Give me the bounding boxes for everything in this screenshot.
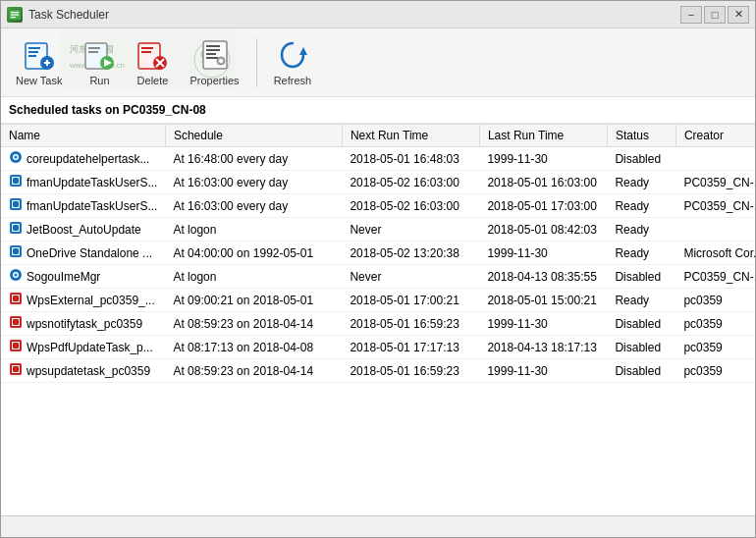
task-name-wrapper: fmanUpdateTaskUserS... [9, 197, 157, 214]
task-last-run: 2018-04-13 18:17:13 [479, 336, 607, 359]
task-next-run: Never [342, 265, 479, 289]
task-icon [9, 362, 23, 379]
minimize-button[interactable]: − [680, 6, 702, 24]
col-last-run[interactable]: Last Run Time [479, 125, 607, 147]
table-row[interactable]: WpsExternal_pc0359_...At 09:00:21 on 201… [1, 289, 755, 312]
task-icon [9, 197, 23, 214]
svg-rect-18 [88, 47, 100, 49]
svg-rect-44 [13, 201, 19, 207]
properties-button[interactable]: Properties [181, 34, 247, 91]
task-status: Ready [607, 242, 675, 265]
title-bar: Task Scheduler − □ ✕ [1, 1, 755, 28]
task-next-run: 2018-05-01 17:00:21 [342, 289, 479, 312]
col-creator[interactable]: Creator [675, 125, 755, 147]
new-task-icon [24, 39, 55, 71]
table-row[interactable]: SogouImeMgrAt logonNever2018-04-13 08:35… [1, 265, 755, 289]
delete-label: Delete [137, 75, 169, 86]
toolbar-separator [256, 38, 257, 87]
task-status: Disabled [607, 312, 675, 336]
title-bar-left: Task Scheduler [7, 7, 109, 23]
table-row[interactable]: fmanUpdateTaskUserS...At 16:03:00 every … [1, 194, 755, 218]
task-status: Ready [607, 194, 675, 218]
run-button[interactable]: Run [75, 34, 124, 91]
task-name-cell: wpsnotifytask_pc0359 [1, 312, 165, 336]
col-name[interactable]: Name [1, 125, 165, 147]
task-name-text: SogouImeMgr [27, 270, 100, 284]
task-creator: PC0359_CN-... [675, 194, 755, 218]
svg-rect-16 [46, 60, 48, 66]
app-icon [7, 7, 23, 23]
task-schedule: At 08:17:13 on 2018-04-08 [165, 336, 342, 359]
task-last-run: 2018-04-13 08:35:55 [479, 265, 607, 289]
svg-rect-65 [13, 366, 19, 372]
task-icon [9, 292, 23, 308]
svg-point-34 [219, 59, 223, 63]
task-next-run: Never [342, 218, 479, 242]
task-name-wrapper: wpsnotifytask_pc0359 [9, 315, 157, 332]
task-name-text: fmanUpdateTaskUserS... [27, 199, 157, 213]
task-name-text: WpsExternal_pc0359_... [27, 294, 155, 307]
task-name-cell: SogouImeMgr [1, 265, 165, 289]
task-last-run: 2018-05-01 16:03:00 [479, 171, 607, 194]
svg-rect-32 [206, 57, 218, 59]
task-schedule: At 16:03:00 every day [165, 171, 342, 194]
content-area[interactable]: Name Schedule Next Run Time Last Run Tim… [1, 125, 755, 515]
table-row[interactable]: fmanUpdateTaskUserS...At 16:03:00 every … [1, 171, 755, 194]
task-name-wrapper: WpsExternal_pc0359_... [9, 292, 157, 308]
task-name-cell: fmanUpdateTaskUserS... [1, 194, 165, 218]
close-button[interactable]: ✕ [728, 6, 749, 24]
task-icon [9, 221, 23, 238]
task-icon [9, 244, 23, 261]
task-next-run: 2018-05-02 16:03:00 [342, 171, 479, 194]
task-name-wrapper: SogouImeMgr [9, 268, 157, 285]
task-creator: pc0359 [675, 289, 755, 312]
run-icon [83, 39, 115, 71]
maximize-button[interactable]: □ [704, 6, 726, 24]
task-name-wrapper: coreupdatehelpertask... [9, 150, 157, 167]
table-row[interactable]: JetBoost_AutoUpdateAt logonNever2018-05-… [1, 218, 755, 242]
task-status: Disabled [607, 336, 675, 359]
task-name-text: coreupdatehelpertask... [27, 152, 149, 166]
svg-rect-1 [11, 12, 19, 13]
task-creator: PC0359_CN-... [675, 171, 755, 194]
delete-button[interactable]: Delete [128, 34, 177, 91]
svg-rect-3 [11, 17, 16, 18]
task-name-cell: wpsupdatetask_pc0359 [1, 359, 165, 383]
table-row[interactable]: wpsnotifytask_pc0359At 08:59:23 on 2018-… [1, 312, 755, 336]
col-schedule[interactable]: Schedule [165, 125, 342, 147]
new-task-button[interactable]: New Task [7, 34, 71, 91]
svg-rect-30 [206, 49, 220, 51]
task-next-run: 2018-05-01 17:17:13 [342, 336, 479, 359]
task-name-text: OneDrive Standalone ... [27, 246, 152, 260]
col-next-run[interactable]: Next Run Time [342, 125, 479, 147]
table-row[interactable]: wpsupdatetask_pc0359At 08:59:23 on 2018-… [1, 359, 755, 383]
table-row[interactable]: coreupdatehelpertask...At 16:48:00 every… [1, 147, 755, 171]
task-creator: pc0359 [675, 336, 755, 359]
refresh-button[interactable]: Refresh [265, 34, 321, 91]
svg-rect-24 [141, 51, 151, 53]
task-status: Ready [607, 218, 675, 242]
task-last-run: 2018-05-01 08:42:03 [479, 218, 607, 242]
task-status: Ready [607, 171, 675, 194]
task-icon [9, 150, 23, 167]
heading-text: Scheduled tasks on PC0359_CN-08 [9, 103, 206, 117]
task-schedule: At logon [165, 265, 342, 289]
table-row[interactable]: OneDrive Standalone ...At 04:00:00 on 19… [1, 242, 755, 265]
task-last-run: 2018-05-01 15:00:21 [479, 289, 607, 312]
task-schedule: At 08:59:23 on 2018-04-14 [165, 312, 342, 336]
task-schedule: At 09:00:21 on 2018-05-01 [165, 289, 342, 312]
task-name-text: WpsPdfUpdateTask_p... [27, 341, 153, 354]
run-label: Run [89, 75, 109, 86]
tasks-table: Name Schedule Next Run Time Last Run Tim… [1, 125, 755, 383]
table-row[interactable]: WpsPdfUpdateTask_p...At 08:17:13 on 2018… [1, 336, 755, 359]
svg-rect-56 [13, 296, 19, 301]
task-name-wrapper: OneDrive Standalone ... [9, 244, 157, 261]
task-name-wrapper: JetBoost_AutoUpdate [9, 221, 157, 238]
task-status: Ready [607, 289, 675, 312]
task-next-run: 2018-05-01 16:48:03 [342, 147, 479, 171]
refresh-icon [277, 39, 308, 71]
col-status[interactable]: Status [607, 125, 675, 147]
task-schedule: At logon [165, 218, 342, 242]
task-creator [675, 147, 755, 171]
svg-rect-19 [88, 51, 98, 53]
